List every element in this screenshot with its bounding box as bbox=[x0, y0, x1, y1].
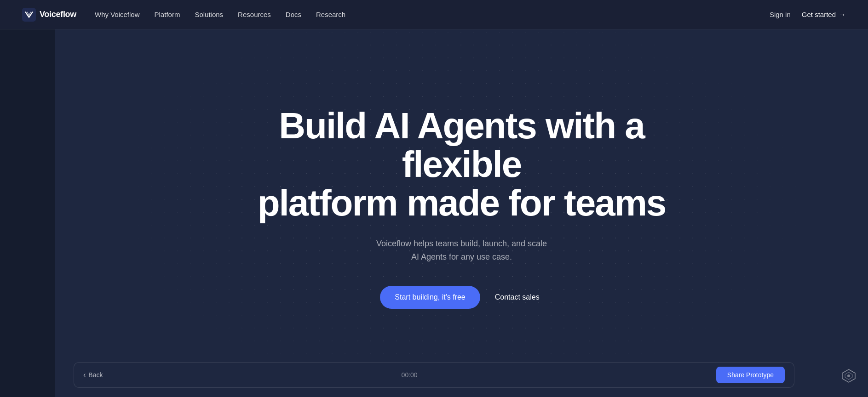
svg-point-1 bbox=[847, 374, 850, 377]
nav-link-solutions[interactable]: Solutions bbox=[195, 11, 223, 18]
logo[interactable]: Voiceflow bbox=[22, 8, 76, 22]
bottom-toolbar: ‹ Back 00:00 Share Prototype bbox=[74, 362, 794, 388]
nav-left: Voiceflow Why Voiceflow Platform Solutio… bbox=[22, 8, 345, 22]
start-building-button[interactable]: Start building, it's free bbox=[380, 286, 480, 309]
nav-link-platform[interactable]: Platform bbox=[155, 11, 180, 18]
voiceflow-logo-icon bbox=[22, 8, 36, 22]
hero-section: Build AI Agents with a flexible platform… bbox=[55, 0, 868, 397]
sign-in-button[interactable]: Sign in bbox=[770, 11, 791, 18]
hero-buttons: Start building, it's free Contact sales bbox=[380, 286, 543, 309]
get-started-button[interactable]: Get started → bbox=[802, 11, 846, 19]
logo-text: Voiceflow bbox=[40, 10, 76, 19]
toolbar-time: 00:00 bbox=[402, 371, 418, 379]
nav-link-resources[interactable]: Resources bbox=[238, 11, 271, 18]
left-sidebar bbox=[0, 0, 55, 397]
navbar: Voiceflow Why Voiceflow Platform Solutio… bbox=[0, 0, 868, 29]
bottom-right-logo-icon bbox=[840, 368, 857, 386]
contact-sales-button[interactable]: Contact sales bbox=[491, 286, 543, 309]
share-prototype-button[interactable]: Share Prototype bbox=[716, 367, 785, 383]
nav-link-why[interactable]: Why Voiceflow bbox=[95, 11, 140, 18]
nav-right: Sign in Get started → bbox=[770, 11, 846, 19]
nav-link-docs[interactable]: Docs bbox=[286, 11, 301, 18]
back-button[interactable]: ‹ Back bbox=[83, 371, 103, 379]
back-arrow-icon: ‹ bbox=[83, 371, 86, 379]
hero-subtitle: Voiceflow helps teams build, launch, and… bbox=[376, 237, 547, 264]
hero-title: Build AI Agents with a flexible platform… bbox=[255, 107, 669, 222]
nav-link-research[interactable]: Research bbox=[316, 11, 345, 18]
hero-content: Build AI Agents with a flexible platform… bbox=[255, 107, 669, 309]
nav-links: Why Voiceflow Platform Solutions Resourc… bbox=[95, 11, 345, 18]
arrow-icon: → bbox=[839, 11, 846, 19]
